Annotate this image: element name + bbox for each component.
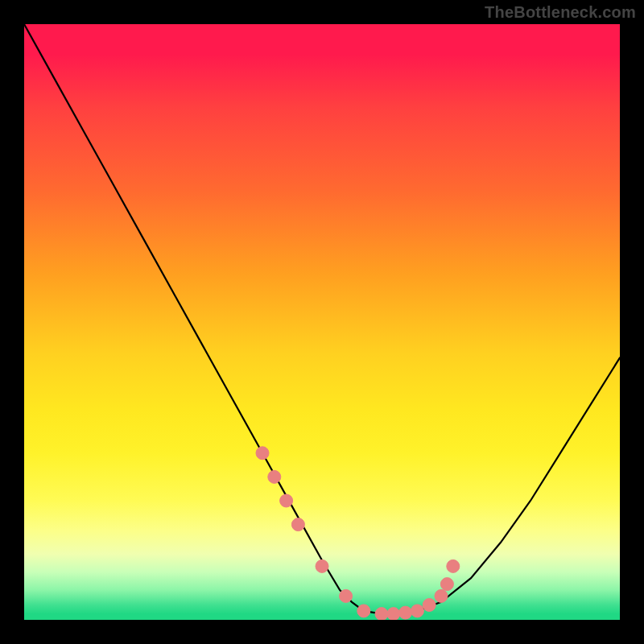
chart-frame: TheBottleneck.com [0, 0, 644, 644]
highlight-dot [375, 608, 388, 620]
highlight-dot [291, 518, 304, 531]
highlight-dot [357, 605, 370, 617]
highlight-dot [399, 606, 412, 619]
highlight-dot [280, 494, 293, 507]
highlight-dot [447, 559, 460, 572]
highlight-dot [340, 589, 353, 602]
highlight-dot [268, 470, 281, 483]
highlight-dot [440, 578, 453, 591]
highlight-dot [387, 608, 400, 620]
highlight-dot [423, 599, 436, 612]
highlight-dot [411, 605, 423, 617]
highlight-dots-group [256, 447, 460, 620]
bottleneck-curve [24, 24, 620, 614]
watermark-text: TheBottleneck.com [485, 3, 636, 22]
highlight-dot [435, 589, 448, 602]
plot-area [24, 24, 620, 620]
curve-layer [24, 24, 620, 620]
highlight-dot [256, 447, 269, 460]
highlight-dot [316, 559, 328, 572]
